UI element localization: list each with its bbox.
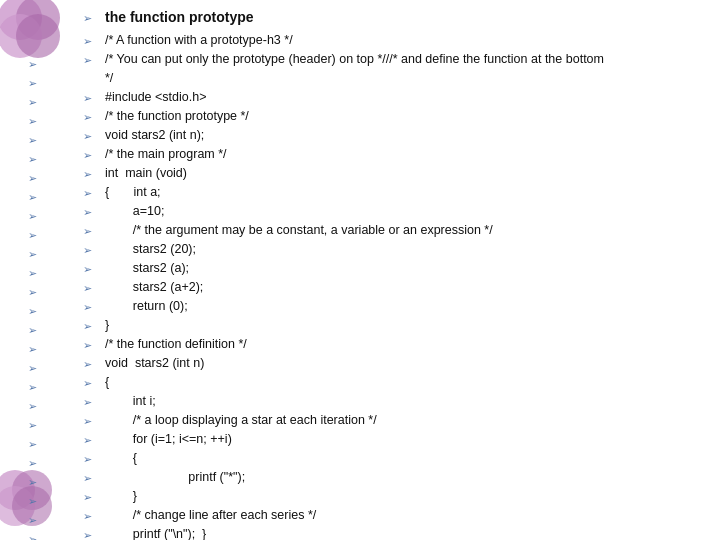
bullets-column: ➢➢➢➢➢➢➢➢➢➢➢➢➢➢➢➢➢➢➢➢➢➢➢➢➢➢➢ — [0, 55, 65, 540]
side-bullet-20: ➢ — [0, 435, 65, 454]
code-line-3: ➢#include <stdio.h> — [70, 88, 705, 107]
bullet-col-18: ➢ — [70, 373, 105, 392]
code-text-16: /* the function definition */ — [105, 335, 247, 354]
code-text-12: stars2 (a); — [105, 259, 189, 278]
bullet-col-0: ➢ — [70, 31, 105, 50]
main-content: ➢ the function prototype ➢/* A function … — [65, 0, 720, 540]
code-text-4: /* the function prototype */ — [105, 107, 249, 126]
arrow-icon-20: ➢ — [83, 415, 92, 428]
arrow-icon-21: ➢ — [83, 434, 92, 447]
code-text-25: /* change line after each series */ — [105, 506, 316, 525]
side-bullet-14: ➢ — [0, 321, 65, 340]
code-line-0: ➢/* A function with a prototype-h3 */ — [70, 31, 705, 50]
side-bullet-7: ➢ — [0, 188, 65, 207]
bullet-col-19: ➢ — [70, 392, 105, 411]
code-text-14: return (0); — [105, 297, 188, 316]
side-bullet-6: ➢ — [0, 169, 65, 188]
arrow-icon-22: ➢ — [83, 453, 92, 466]
side-arrow-icon-14: ➢ — [28, 324, 37, 337]
arrow-icon-3: ➢ — [83, 92, 92, 105]
bullet-col-11: ➢ — [70, 240, 105, 259]
arrow-icon-16: ➢ — [83, 339, 92, 352]
bullet-col-13: ➢ — [70, 278, 105, 297]
arrow-icon-15: ➢ — [83, 320, 92, 333]
arrow-icon-26: ➢ — [83, 529, 92, 541]
side-arrow-icon-19: ➢ — [28, 419, 37, 432]
side-bullet-13: ➢ — [0, 302, 65, 321]
side-arrow-icon-23: ➢ — [28, 495, 37, 508]
bullet-col-21: ➢ — [70, 430, 105, 449]
bullet-col-14: ➢ — [70, 297, 105, 316]
side-arrow-icon-1: ➢ — [28, 77, 37, 90]
side-bullet-4: ➢ — [0, 131, 65, 150]
arrow-icon-4: ➢ — [83, 111, 92, 124]
code-line-24: ➢ } — [70, 487, 705, 506]
arrow-icon-14: ➢ — [83, 301, 92, 314]
code-lines-container: ➢/* A function with a prototype-h3 */➢/*… — [70, 31, 705, 540]
title-bullet: ➢ — [70, 8, 105, 27]
code-line-11: ➢ stars2 (20); — [70, 240, 705, 259]
arrow-icon-13: ➢ — [83, 282, 92, 295]
code-line-18: ➢{ — [70, 373, 705, 392]
side-bullet-8: ➢ — [0, 207, 65, 226]
code-line-23: ➢ printf ("*"); — [70, 468, 705, 487]
side-bullet-16: ➢ — [0, 359, 65, 378]
svg-point-3 — [16, 14, 60, 58]
title-line: ➢ the function prototype — [70, 8, 705, 27]
side-arrow-icon-5: ➢ — [28, 153, 37, 166]
code-text-9: a=10; — [105, 202, 164, 221]
side-arrow-icon-20: ➢ — [28, 438, 37, 451]
side-bullet-24: ➢ — [0, 511, 65, 530]
bullet-col-17: ➢ — [70, 354, 105, 373]
side-arrow-icon-22: ➢ — [28, 476, 37, 489]
code-line-25: ➢ /* change line after each series */ — [70, 506, 705, 525]
bullet-col-22: ➢ — [70, 449, 105, 468]
side-bullet-21: ➢ — [0, 454, 65, 473]
code-text-18: { — [105, 373, 109, 392]
side-bullet-23: ➢ — [0, 492, 65, 511]
side-arrow-icon-12: ➢ — [28, 286, 37, 299]
side-bullet-10: ➢ — [0, 245, 65, 264]
side-arrow-icon-18: ➢ — [28, 400, 37, 413]
code-text-0: /* A function with a prototype-h3 */ — [105, 31, 293, 50]
side-bullet-5: ➢ — [0, 150, 65, 169]
side-arrow-icon-9: ➢ — [28, 229, 37, 242]
code-line-13: ➢ stars2 (a+2); — [70, 278, 705, 297]
code-line-7: ➢int main (void) — [70, 164, 705, 183]
slide-title: the function prototype — [105, 8, 254, 27]
bullet-col-1: ➢ — [70, 50, 105, 69]
side-bullet-2: ➢ — [0, 93, 65, 112]
code-line-4: ➢/* the function prototype */ — [70, 107, 705, 126]
side-bullet-9: ➢ — [0, 226, 65, 245]
code-text-21: for (i=1; i<=n; ++i) — [105, 430, 232, 449]
arrow-icon-17: ➢ — [83, 358, 92, 371]
bullet-col-10: ➢ — [70, 221, 105, 240]
bullet-col-9: ➢ — [70, 202, 105, 221]
arrow-icon-10: ➢ — [83, 225, 92, 238]
code-text-8: { int a; — [105, 183, 161, 202]
bullet-col-15: ➢ — [70, 316, 105, 335]
code-text-7: int main (void) — [105, 164, 187, 183]
arrow-icon-19: ➢ — [83, 396, 92, 409]
side-bullet-25: ➢ — [0, 530, 65, 540]
side-arrow-icon-3: ➢ — [28, 115, 37, 128]
side-bullet-19: ➢ — [0, 416, 65, 435]
side-arrow-icon-15: ➢ — [28, 343, 37, 356]
arrow-icon-1: ➢ — [83, 54, 92, 67]
side-bullet-0: ➢ — [0, 55, 65, 74]
arrow-icon-7: ➢ — [83, 168, 92, 181]
code-line-22: ➢ { — [70, 449, 705, 468]
bullet-col-24: ➢ — [70, 487, 105, 506]
code-text-15: } — [105, 316, 109, 335]
arrow-icon-18: ➢ — [83, 377, 92, 390]
side-bullet-3: ➢ — [0, 112, 65, 131]
side-bullet-22: ➢ — [0, 473, 65, 492]
bullet-col-20: ➢ — [70, 411, 105, 430]
side-bullet-17: ➢ — [0, 378, 65, 397]
side-bullet-12: ➢ — [0, 283, 65, 302]
arrow-icon-11: ➢ — [83, 244, 92, 257]
slide-container: ➢➢➢➢➢➢➢➢➢➢➢➢➢➢➢➢➢➢➢➢➢➢➢➢➢➢➢ ➢ the functi… — [0, 0, 720, 540]
side-bullet-15: ➢ — [0, 340, 65, 359]
arrow-icon-25: ➢ — [83, 510, 92, 523]
side-arrow-icon-10: ➢ — [28, 248, 37, 261]
